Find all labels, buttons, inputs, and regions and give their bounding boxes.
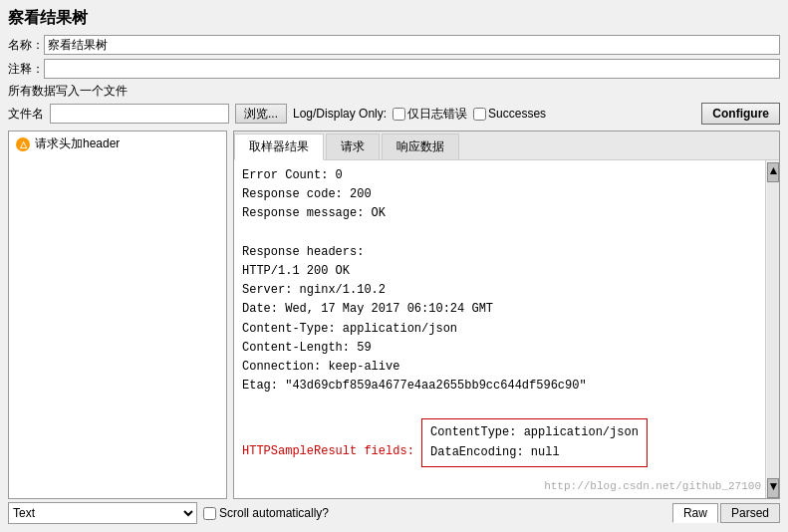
tabs-row: 取样器结果 请求 响应数据: [234, 132, 779, 160]
scroll-auto-text: Scroll automatically?: [219, 506, 329, 520]
line-response-headers: Response headers:: [242, 243, 757, 262]
line-date: Date: Wed, 17 May 2017 06:10:24 GMT: [242, 300, 757, 319]
file-section-title: 所有数据写入一个文件: [8, 83, 780, 100]
tree-item[interactable]: △ 请求头加header: [9, 132, 226, 156]
line-blank1: [242, 224, 757, 243]
line-http-version: HTTP/1.1 200 OK: [242, 262, 757, 281]
scroll-auto-label[interactable]: Scroll automatically?: [203, 506, 329, 520]
log-display-label: Log/Display Only:: [293, 107, 387, 121]
tab-sampler-result[interactable]: 取样器结果: [234, 133, 324, 160]
line-content-type: Content-Type: application/json: [242, 320, 757, 339]
browse-button[interactable]: 浏览...: [235, 104, 287, 124]
tree-item-label: 请求头加header: [35, 135, 120, 152]
http-fields-section: HTTPSampleResult fields: ContentType: ap…: [242, 414, 757, 470]
line-response-message: Response message: OK: [242, 204, 757, 223]
errors-checkbox[interactable]: [393, 108, 405, 121]
http-field-data-encoding: DataEncoding: null: [430, 443, 639, 462]
file-input[interactable]: [50, 104, 229, 124]
http-fields-box: ContentType: application/json DataEncodi…: [421, 418, 648, 466]
successes-label: Successes: [488, 107, 546, 121]
comment-input[interactable]: [44, 59, 780, 79]
watermark: http://blog.csdn.net/github_27100: [544, 478, 761, 496]
comment-label: 注释：: [8, 61, 44, 78]
line-content-length: Content-Length: 59: [242, 339, 757, 358]
bottom-left: Text Scroll automatically?: [8, 502, 329, 524]
text-dropdown[interactable]: Text: [8, 502, 197, 524]
scroll-auto-checkbox[interactable]: [203, 507, 216, 520]
scroll-up-arrow[interactable]: ▲: [767, 162, 779, 182]
line-response-code: Response code: 200: [242, 185, 757, 204]
errors-checkbox-label[interactable]: 仅日志错误: [393, 106, 467, 123]
tree-panel: △ 请求头加header: [8, 131, 227, 499]
warning-icon: △: [15, 136, 31, 152]
line-etag: Etag: "43d69cbf859a4677e4aa2655bb9cc644d…: [242, 377, 757, 396]
successes-checkbox[interactable]: [473, 108, 486, 121]
line-server: Server: nginx/1.10.2: [242, 281, 757, 300]
successes-checkbox-label[interactable]: Successes: [473, 107, 546, 121]
line-error-count: Error Count: 0: [242, 166, 757, 185]
page-title: 察看结果树: [8, 8, 780, 29]
scroll-down-arrow[interactable]: ▼: [767, 478, 779, 498]
bottom-row: Text Scroll automatically? Raw Parsed: [8, 499, 780, 524]
text-select[interactable]: Text: [8, 502, 197, 524]
tab-response-data[interactable]: 响应数据: [382, 133, 459, 159]
name-input[interactable]: [44, 35, 780, 55]
parsed-tab[interactable]: Parsed: [720, 503, 780, 523]
scroll-track: [767, 182, 779, 478]
file-label: 文件名: [8, 106, 44, 123]
errors-label: 仅日志错误: [407, 106, 467, 123]
scrollbar[interactable]: ▲ ▼: [765, 160, 779, 498]
http-fields-label: HTTPSampleResult fields:: [242, 445, 414, 459]
line-connection: Connection: keep-alive: [242, 358, 757, 377]
raw-parsed-tabs: Raw Parsed: [672, 503, 780, 523]
name-label: 名称：: [8, 37, 44, 54]
right-panel: 取样器结果 请求 响应数据 Error Count: 0 Response co…: [233, 131, 780, 499]
tab-request[interactable]: 请求: [326, 133, 380, 159]
http-field-content-type: ContentType: application/json: [430, 423, 639, 442]
content-text: Error Count: 0 Response code: 200 Respon…: [234, 160, 765, 498]
raw-tab[interactable]: Raw: [672, 503, 718, 523]
line-blank2: [242, 396, 757, 414]
configure-button[interactable]: Configure: [701, 103, 780, 125]
